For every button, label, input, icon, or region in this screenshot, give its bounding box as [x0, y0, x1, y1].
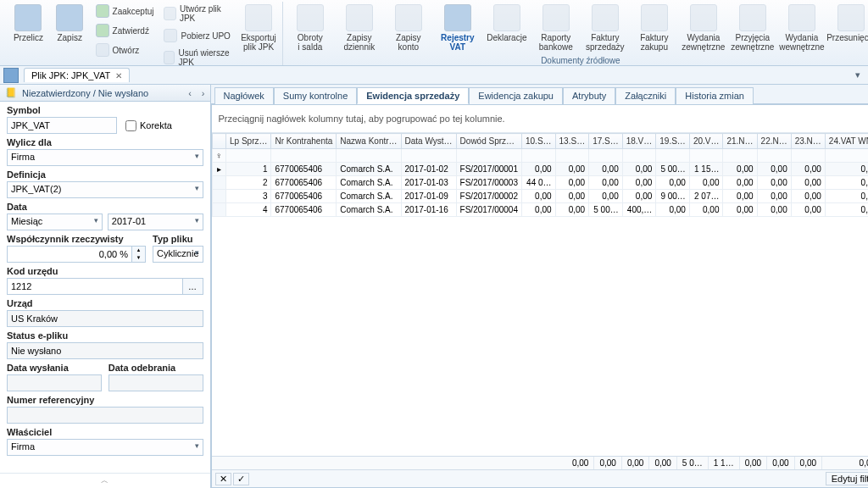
vat-icon — [444, 4, 471, 31]
obroty-button[interactable]: Obroty i salda — [287, 2, 334, 54]
transfer-icon — [837, 4, 865, 31]
filter-icon: ♀ — [212, 149, 226, 163]
wylicz-select[interactable]: Firma — [7, 149, 203, 166]
wlasciciel-select[interactable]: Firma — [7, 439, 203, 456]
col-nazwa[interactable]: Nazwa Kontr… — [337, 134, 401, 149]
data-wyslania-input — [7, 374, 102, 391]
typ-pliku-select[interactable]: Cyklicznie — [153, 246, 203, 263]
group-by-hint[interactable]: Przeciągnij nagłówek kolumny tutaj, aby … — [212, 105, 868, 133]
zatwierdz-button[interactable]: Zatwierdź — [92, 21, 159, 40]
urzad-label: Urząd — [7, 298, 203, 308]
table-row[interactable]: 26770065406Comarch S.A.2017-01-03FS/2017… — [212, 176, 868, 190]
numer-ref-input — [7, 407, 203, 424]
create-file-icon — [164, 7, 175, 20]
col-lp[interactable]: Lp Sprz… — [226, 134, 271, 149]
internal-issue-icon — [788, 4, 815, 31]
kod-urzedu-lookup[interactable]: … — [183, 278, 203, 295]
col-20[interactable]: 20.V… — [689, 134, 723, 149]
eksportuj-button[interactable]: Eksportuj plik JPK — [238, 2, 279, 54]
wylicz-label: Wylicz dla — [7, 137, 203, 147]
utworz-plik-button[interactable]: Utwórz plik JPK — [159, 2, 236, 25]
open-icon — [96, 43, 109, 57]
tabbar-dropdown[interactable]: ▾ — [851, 69, 865, 80]
tab-ewidencja-sprzedazy[interactable]: Ewidencja sprzedaży — [357, 87, 469, 104]
table-row[interactable]: 46770065406Comarch S.A.2017-01-16FS/2017… — [212, 203, 868, 217]
col-23[interactable]: 23.N… — [791, 134, 825, 149]
document-tabbar: Plik JPK: JPK_VAT ✕ ▾ — [0, 66, 868, 85]
tab-sumy[interactable]: Sumy kontrolne — [274, 87, 357, 104]
status-epliku-input — [7, 342, 203, 359]
col-13[interactable]: 13.S… — [555, 134, 589, 149]
symbol-label: Symbol — [7, 105, 203, 115]
tab-naglowek[interactable]: Nagłówek — [214, 87, 274, 104]
ribbon-group-label: Dokumenty źródłowe — [541, 54, 620, 67]
faktury-zakupu-button[interactable]: Faktury zakupu — [631, 2, 678, 54]
wydania-zew-button[interactable]: Wydania zewnętrzne — [680, 2, 727, 54]
typ-pliku-label: Typ pliku — [153, 234, 203, 244]
next-button[interactable]: › — [202, 88, 205, 98]
col-10[interactable]: 10.S… — [521, 134, 555, 149]
urzad-input — [7, 310, 203, 327]
goods-receipt-icon — [739, 4, 766, 31]
tabs: Nagłówek Sumy kontrolne Ewidencja sprzed… — [211, 85, 868, 104]
raporty-bankowe-button[interactable]: Raporty bankowe — [532, 2, 580, 54]
col-19[interactable]: 19.S… — [656, 134, 690, 149]
pobierz-upo-button[interactable]: Pobierz UPO — [159, 26, 236, 45]
tab-ewidencja-zakupu[interactable]: Ewidencja zakupu — [469, 87, 563, 104]
wspolczynnik-spinner[interactable]: ▲▼ — [7, 246, 146, 263]
przesuniecia-button[interactable]: Przesunięcia — [827, 2, 868, 45]
przyjecia-zew-button[interactable]: Przyjęcia zewnętrzne — [729, 2, 776, 54]
kod-urzedu-input[interactable] — [7, 278, 183, 295]
rejestry-vat-button[interactable]: Rejestry VAT — [434, 2, 481, 54]
table-row[interactable]: 36770065406Comarch S.A.2017-01-09FS/2017… — [212, 190, 868, 203]
tab-zalaczniki[interactable]: Załączniki — [615, 87, 676, 104]
document-tab[interactable]: Plik JPK: JPK_VAT ✕ — [24, 68, 130, 82]
declarations-icon — [493, 4, 520, 31]
korekta-checkbox[interactable]: Korekta — [125, 120, 172, 131]
wlasciciel-label: Właściciel — [7, 427, 203, 437]
col-24[interactable]: 24.VAT WNT — [825, 134, 868, 149]
col-21[interactable]: 21.N… — [723, 134, 757, 149]
przelicz-button[interactable]: Przelicz — [8, 2, 48, 45]
wydania-wew-button[interactable]: Wydania wewnętrzne — [778, 2, 826, 54]
app-icon[interactable] — [3, 68, 19, 83]
col-17[interactable]: 17.S… — [589, 134, 623, 149]
col-18[interactable]: 18.V… — [622, 134, 656, 149]
clear-filter-button[interactable]: ✕ — [215, 473, 231, 485]
prev-button[interactable]: ‹ — [188, 88, 192, 98]
col-22[interactable]: 22.N… — [757, 134, 791, 149]
symbol-input[interactable] — [7, 117, 117, 134]
edit-filter-button[interactable]: Edytuj filtr — [826, 472, 868, 485]
zapisy-dziennik-button[interactable]: Zapisy dziennik — [336, 2, 383, 54]
data-period-select[interactable]: Miesiąc — [7, 214, 103, 230]
col-nr-kontrahenta[interactable]: Nr Kontrahenta — [271, 134, 337, 149]
accept-icon — [96, 4, 109, 18]
panel-collapse-handle[interactable]: ︿ — [0, 473, 210, 488]
download-icon — [164, 29, 177, 42]
tab-historia[interactable]: Historia zmian — [676, 87, 754, 104]
col-dowod[interactable]: Dowód Sprz… — [456, 134, 521, 149]
data-odebrania-input — [108, 374, 203, 391]
data-grid[interactable]: Lp Sprz… Nr Kontrahenta Nazwa Kontr… Dat… — [212, 133, 868, 217]
purchase-invoice-icon — [641, 4, 668, 31]
table-row[interactable]: ▸16770065406Comarch S.A.2017-01-02FS/201… — [212, 163, 868, 176]
otworz-button[interactable]: Otwórz — [92, 41, 159, 59]
document-tab-title: Plik JPK: JPK_VAT — [31, 70, 110, 80]
deklaracje-button[interactable]: Deklaracje — [483, 2, 531, 45]
left-panel: 📒 Niezatwierdzony / Nie wysłano ‹ › Symb… — [0, 85, 211, 488]
apply-filter-button[interactable]: ✓ — [233, 473, 249, 485]
data-label: Data — [7, 202, 203, 212]
bank-icon — [542, 4, 570, 31]
spin-up-icon[interactable]: ▲ — [132, 247, 145, 254]
data-value-select[interactable]: 2017-01 — [108, 214, 203, 230]
col-data[interactable]: Data Wyst… — [401, 134, 456, 149]
close-icon[interactable]: ✕ — [115, 71, 122, 80]
spin-down-icon[interactable]: ▼ — [132, 254, 145, 262]
zapisy-konto-button[interactable]: Zapisy konto — [385, 2, 432, 54]
definicja-select[interactable]: JPK_VAT(2) — [7, 181, 203, 198]
zapisz-button[interactable]: Zapisz — [50, 2, 90, 45]
faktury-sprzedazy-button[interactable]: Faktury sprzedaży — [581, 2, 629, 54]
zaakceptuj-button[interactable]: Zaakceptuj — [92, 2, 159, 20]
tab-atrybuty[interactable]: Atrybuty — [563, 87, 615, 104]
filter-row[interactable]: ♀ — [212, 149, 868, 163]
